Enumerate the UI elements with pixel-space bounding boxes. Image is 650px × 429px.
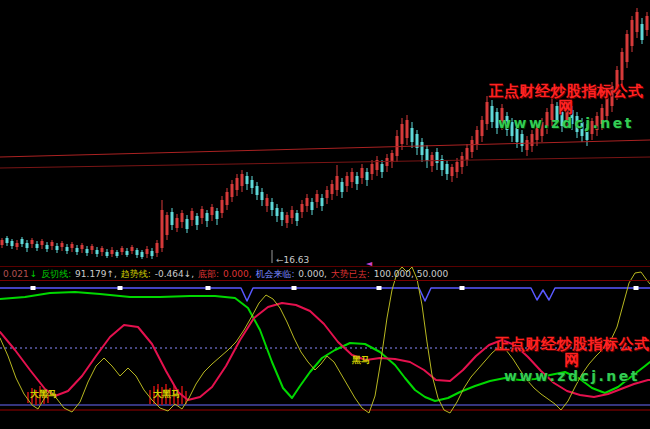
price-value: 16.63 (284, 255, 310, 265)
indicator-value: 反切线: (41, 269, 74, 279)
big-dark-horse-label-1: 大黑马 (30, 389, 57, 399)
big-dark-horse-label-2: 大黑马 (153, 389, 180, 399)
indicator-value: ↓ (30, 269, 40, 279)
indicator-parameter-row[interactable]: 0.021↓ 反切线: 91.179↑, 趋势线: -0.464↓, 底部: 0… (0, 266, 650, 281)
indicator-value: 机会来临: (255, 269, 297, 279)
price-pointer-arrow-icon: ← (276, 255, 284, 265)
indicator-value: 0.000, (223, 269, 255, 279)
indicator-value: 0.021 (3, 269, 29, 279)
indicator-value: -0.464↓, (155, 269, 197, 279)
left-scroll-arrow-icon[interactable]: ◄ (366, 259, 372, 268)
last-price-label: ←16.63 (276, 255, 309, 265)
indicator-value: 底部: (198, 269, 222, 279)
dark-horse-label: 黑马 (352, 355, 370, 365)
chart-canvas (0, 0, 650, 429)
indicator-value: 100.000, 50.000 (374, 269, 448, 279)
indicator-value: 趋势线: (121, 269, 154, 279)
series-底部-line (0, 303, 650, 400)
series-趋势线 (0, 267, 650, 413)
series-反切线 (0, 292, 650, 401)
trend-lines (0, 140, 650, 263)
trading-app-window: 正点财经炒股指标公式网 www.zdcj.net 正点财经炒股指标公式网 www… (0, 0, 650, 429)
indicator-value: 大势已去: (331, 269, 373, 279)
indicator-value: 91.179↑, (75, 269, 120, 279)
candlestick-series (1, 8, 649, 259)
indicator-value: 0.000, (298, 269, 330, 279)
